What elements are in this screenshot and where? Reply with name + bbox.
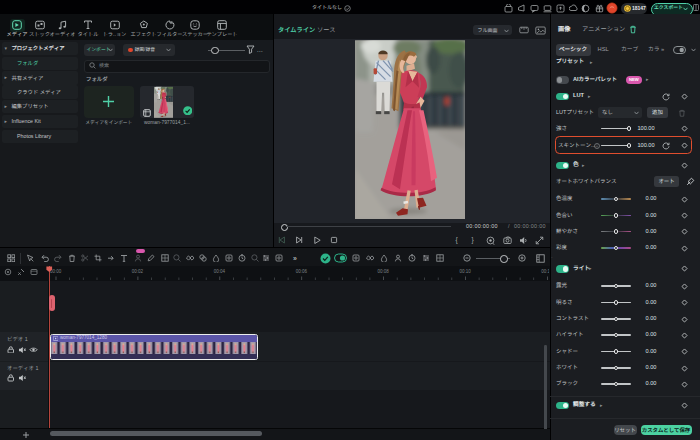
- svg-text:00:12: 00:12: [541, 269, 549, 274]
- svg-text:00:04: 00:04: [214, 269, 226, 274]
- svg-text:00:08: 00:08: [378, 269, 390, 274]
- svg-text:00:02: 00:02: [132, 269, 144, 274]
- svg-text:00:06: 00:06: [296, 269, 308, 274]
- svg-text:00:10: 00:10: [459, 269, 471, 274]
